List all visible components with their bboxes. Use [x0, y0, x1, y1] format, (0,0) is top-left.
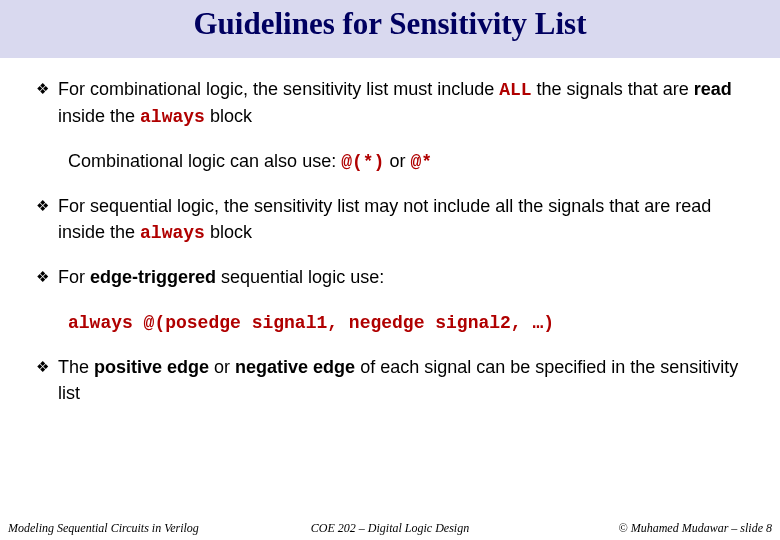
slide-body: ❖ For combinational logic, the sensitivi… [0, 58, 780, 406]
footer-center: COE 202 – Digital Logic Design [263, 521, 518, 536]
bullet-3: ❖ For edge-triggered sequential logic us… [36, 264, 744, 290]
code-at-star-paren: @(*) [341, 152, 384, 172]
text: or [209, 357, 235, 377]
diamond-icon: ❖ [36, 264, 58, 290]
subline-2: always @(posedge signal1, negedge signal… [68, 309, 744, 336]
diamond-icon: ❖ [36, 354, 58, 406]
footer-left: Modeling Sequential Circuits in Verilog [8, 521, 263, 536]
text: block [205, 222, 252, 242]
text: The [58, 357, 94, 377]
subline-1: Combinational logic can also use: @(*) o… [68, 148, 744, 175]
text: block [205, 106, 252, 126]
text: inside the [58, 106, 140, 126]
keyword-edge-triggered: edge-triggered [90, 267, 216, 287]
footer: Modeling Sequential Circuits in Verilog … [0, 521, 780, 536]
text: Combinational logic can also use: [68, 151, 341, 171]
keyword-always: always [140, 107, 205, 127]
text: the signals that are [532, 79, 694, 99]
slide-title: Guidelines for Sensitivity List [0, 0, 780, 42]
text: or [384, 151, 410, 171]
keyword-positive-edge: positive edge [94, 357, 209, 377]
keyword-negative-edge: negative edge [235, 357, 355, 377]
bullet-2: ❖ For sequential logic, the sensitivity … [36, 193, 744, 246]
code-always-posedge: always @(posedge signal1, negedge signal… [68, 313, 554, 333]
diamond-icon: ❖ [36, 193, 58, 246]
keyword-read: read [694, 79, 732, 99]
title-band: Guidelines for Sensitivity List [0, 0, 780, 58]
diamond-icon: ❖ [36, 76, 58, 130]
text: For [58, 267, 90, 287]
footer-right: © Muhamed Mudawar – slide 8 [517, 521, 772, 536]
keyword-always: always [140, 223, 205, 243]
code-at-star: @* [410, 152, 432, 172]
text: For combinational logic, the sensitivity… [58, 79, 499, 99]
text: sequential logic use: [216, 267, 384, 287]
keyword-all: ALL [499, 80, 531, 100]
bullet-4: ❖ The positive edge or negative edge of … [36, 354, 744, 406]
bullet-1: ❖ For combinational logic, the sensitivi… [36, 76, 744, 130]
